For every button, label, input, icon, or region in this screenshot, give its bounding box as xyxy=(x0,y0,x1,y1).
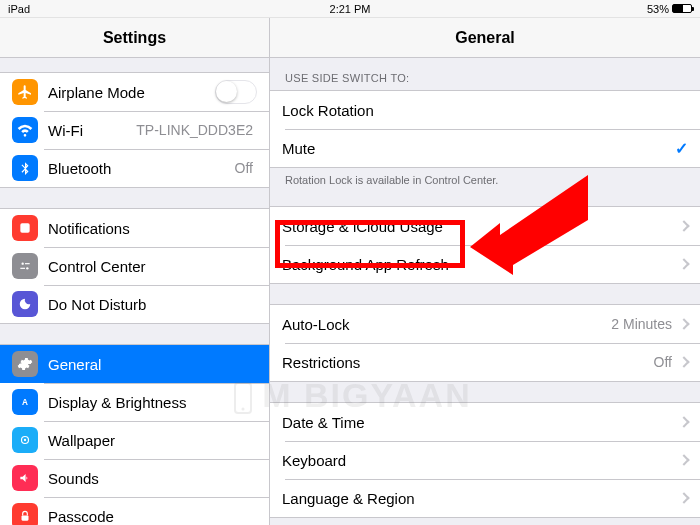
sidebar-item-bluetooth[interactable]: Bluetooth Off xyxy=(0,149,269,187)
sidebar-item-sounds[interactable]: Sounds xyxy=(0,459,269,497)
bluetooth-icon xyxy=(12,155,38,181)
device-label: iPad xyxy=(8,3,30,15)
gear-icon xyxy=(12,351,38,377)
chevron-right-icon xyxy=(678,318,689,329)
svg-rect-0 xyxy=(20,223,29,232)
cell-storage-icloud[interactable]: Storage & iCloud Usage xyxy=(270,207,700,245)
detail-pane: General USE SIDE SWITCH TO: Lock Rotatio… xyxy=(270,18,700,525)
sidebar-label: Bluetooth xyxy=(48,160,235,177)
sidebar-label: Airplane Mode xyxy=(48,84,215,101)
chevron-right-icon xyxy=(678,220,689,231)
display-icon: A xyxy=(12,389,38,415)
battery-percent: 53% xyxy=(647,3,669,15)
rotation-footer: Rotation Lock is available in Control Ce… xyxy=(270,168,700,186)
autolock-value: 2 Minutes xyxy=(611,316,672,332)
sidebar-label: General xyxy=(48,356,257,373)
airplane-icon xyxy=(12,79,38,105)
sidebar-item-general[interactable]: General xyxy=(0,345,269,383)
cell-date-time[interactable]: Date & Time xyxy=(270,403,700,441)
cell-label: Date & Time xyxy=(282,414,676,431)
side-switch-header: USE SIDE SWITCH TO: xyxy=(270,72,700,90)
cell-label: Storage & iCloud Usage xyxy=(282,218,676,235)
sidebar-item-wallpaper[interactable]: Wallpaper xyxy=(0,421,269,459)
sidebar-label: Wallpaper xyxy=(48,432,257,449)
sidebar-label: Notifications xyxy=(48,220,257,237)
sidebar-item-airplane[interactable]: Airplane Mode xyxy=(0,73,269,111)
wifi-icon xyxy=(12,117,38,143)
sidebar-title: Settings xyxy=(0,18,269,58)
svg-rect-4 xyxy=(20,268,25,269)
wifi-value: TP-LINK_DDD3E2 xyxy=(136,122,253,138)
cell-label: Auto-Lock xyxy=(282,316,611,333)
sidebar-label: Do Not Disturb xyxy=(48,296,257,313)
detail-title: General xyxy=(270,18,700,58)
sidebar-item-controlcenter[interactable]: Control Center xyxy=(0,247,269,285)
cell-label: Keyboard xyxy=(282,452,676,469)
cell-label: Language & Region xyxy=(282,490,676,507)
status-bar: iPad 2:21 PM 53% xyxy=(0,0,700,18)
svg-rect-8 xyxy=(22,515,29,520)
cell-label: Restrictions xyxy=(282,354,654,371)
restrictions-value: Off xyxy=(654,354,672,370)
checkmark-icon: ✓ xyxy=(675,139,688,158)
svg-text:A: A xyxy=(22,398,28,407)
sidebar-item-dnd[interactable]: Do Not Disturb xyxy=(0,285,269,323)
chevron-right-icon xyxy=(678,416,689,427)
status-right: 53% xyxy=(647,3,692,15)
sidebar-item-wifi[interactable]: Wi-Fi TP-LINK_DDD3E2 xyxy=(0,111,269,149)
svg-point-7 xyxy=(24,439,26,441)
airplane-toggle[interactable] xyxy=(215,80,257,104)
sidebar-label: Display & Brightness xyxy=(48,394,257,411)
cell-language-region[interactable]: Language & Region xyxy=(270,479,700,517)
svg-point-3 xyxy=(26,267,28,269)
cell-lock-rotation[interactable]: Lock Rotation xyxy=(270,91,700,129)
wallpaper-icon xyxy=(12,427,38,453)
svg-point-1 xyxy=(22,263,24,265)
notifications-icon xyxy=(12,215,38,241)
cell-background-app-refresh[interactable]: Background App Refresh xyxy=(270,245,700,283)
cell-label: Mute xyxy=(282,140,675,157)
sidebar-item-display[interactable]: A Display & Brightness xyxy=(0,383,269,421)
status-time: 2:21 PM xyxy=(0,3,700,15)
moon-icon xyxy=(12,291,38,317)
sidebar-label: Passcode xyxy=(48,508,257,525)
bluetooth-value: Off xyxy=(235,160,253,176)
battery-icon xyxy=(672,4,692,13)
sidebar-label: Wi-Fi xyxy=(48,122,136,139)
svg-rect-2 xyxy=(25,263,30,264)
settings-sidebar: Settings Airplane Mode Wi-Fi TP-LINK_DDD… xyxy=(0,18,270,525)
chevron-right-icon xyxy=(678,454,689,465)
cell-label: Background App Refresh xyxy=(282,256,676,273)
sidebar-label: Sounds xyxy=(48,470,257,487)
control-center-icon xyxy=(12,253,38,279)
cell-mute[interactable]: Mute ✓ xyxy=(270,129,700,167)
lock-icon xyxy=(12,503,38,525)
sounds-icon xyxy=(12,465,38,491)
cell-keyboard[interactable]: Keyboard xyxy=(270,441,700,479)
chevron-right-icon xyxy=(678,492,689,503)
sidebar-label: Control Center xyxy=(48,258,257,275)
cell-auto-lock[interactable]: Auto-Lock 2 Minutes xyxy=(270,305,700,343)
chevron-right-icon xyxy=(678,356,689,367)
cell-label: Lock Rotation xyxy=(282,102,688,119)
cell-restrictions[interactable]: Restrictions Off xyxy=(270,343,700,381)
chevron-right-icon xyxy=(678,258,689,269)
sidebar-item-notifications[interactable]: Notifications xyxy=(0,209,269,247)
sidebar-item-passcode[interactable]: Passcode xyxy=(0,497,269,525)
